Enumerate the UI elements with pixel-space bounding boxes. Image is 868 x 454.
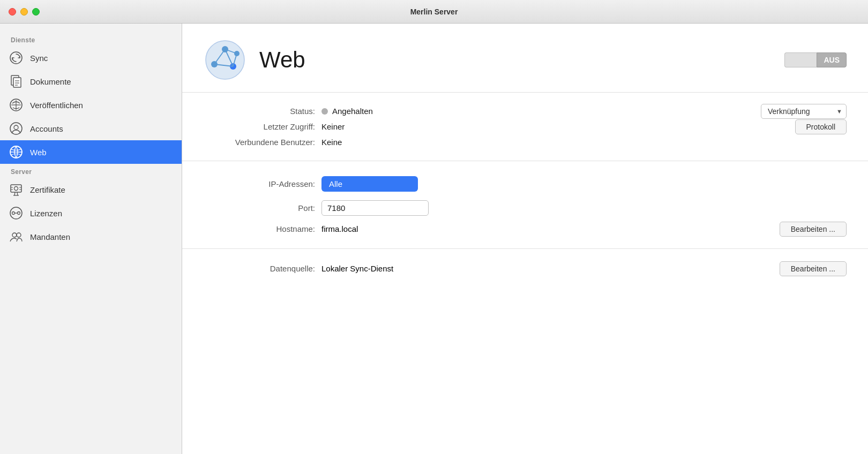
sidebar-item-mandanten[interactable]: Mandanten: [0, 225, 182, 248]
sidebar-item-veroffentlichen[interactable]: Veröffentlichen: [0, 93, 182, 117]
web-icon: [9, 145, 24, 160]
dokumente-icon: [9, 74, 24, 89]
sync-label: Sync: [30, 54, 48, 63]
content-area: Web AUS Status: Angehalten Verknüpfung: [182, 24, 868, 454]
status-dot: [321, 108, 328, 115]
ip-adressen-label: IP-Adressen:: [204, 179, 321, 188]
status-row: Status: Angehalten Verknüpfung ▼: [204, 103, 847, 119]
sidebar: Dienste Sync: [0, 24, 182, 454]
protokoll-button[interactable]: Protokoll: [795, 119, 847, 134]
sync-icon: [9, 50, 24, 65]
letzter-zugriff-row: Letzter Zugriff: Keiner Protokoll: [204, 119, 847, 134]
sidebar-item-web[interactable]: Web: [0, 140, 182, 164]
datasource-section: Datenquelle: Lokaler Sync-Dienst Bearbei…: [182, 249, 868, 288]
svg-point-10: [14, 125, 18, 130]
port-input[interactable]: [321, 200, 429, 216]
bearbeiten-hostname-button[interactable]: Bearbeiten ...: [780, 222, 847, 237]
datenquelle-value: Lokaler Sync-Dienst: [321, 264, 847, 273]
sidebar-item-sync[interactable]: Sync: [0, 46, 182, 70]
lizenzen-label: Lizenzen: [30, 209, 62, 218]
svg-rect-13: [11, 185, 21, 192]
hostname-row: Hostname: firma.local Bearbeiten ...: [204, 220, 847, 238]
letzter-zugriff-value: Keiner: [321, 122, 345, 131]
window-title: Merlin Server: [410, 7, 458, 16]
ip-select-container[interactable]: Alle 127.0.0.1 Benutzerdefiniert ▼: [321, 176, 847, 192]
bearbeiten-datenquelle-button[interactable]: Bearbeiten ...: [780, 261, 847, 276]
sidebar-item-accounts[interactable]: Accounts: [0, 117, 182, 140]
section-dienste: Dienste: [0, 32, 182, 46]
minimize-button[interactable]: [20, 8, 28, 16]
zertifikate-icon: [9, 182, 24, 197]
toggle-track[interactable]: [784, 52, 817, 67]
maximize-button[interactable]: [32, 8, 40, 16]
veroffentlichen-icon: [9, 97, 24, 112]
port-label: Port:: [204, 203, 321, 213]
ip-select-arrow: ▼: [835, 180, 841, 188]
close-button[interactable]: [9, 8, 16, 16]
status-text: Angehalten: [332, 107, 373, 116]
ip-adressen-select[interactable]: Alle 127.0.0.1 Benutzerdefiniert: [321, 176, 418, 192]
svg-point-23: [12, 212, 15, 215]
sidebar-item-zertifikate[interactable]: Zertifikate: [0, 178, 182, 201]
section-server: Server: [0, 164, 182, 178]
toggle-off-label[interactable]: AUS: [817, 52, 847, 67]
svg-point-24: [18, 212, 20, 215]
mandanten-icon: [9, 229, 24, 244]
config-section: IP-Adressen: Alle 127.0.0.1 Benutzerdefi…: [182, 161, 868, 249]
lizenzen-icon: [9, 206, 24, 221]
svg-point-26: [12, 233, 17, 237]
web-label: Web: [30, 148, 47, 157]
toggle-switch-area[interactable]: AUS: [784, 52, 847, 67]
sidebar-item-lizenzen[interactable]: Lizenzen: [0, 201, 182, 225]
svg-line-15: [14, 192, 15, 195]
letzter-zugriff-label: Letzter Zugriff:: [204, 122, 321, 131]
veroffentlichen-label: Veröffentlichen: [30, 101, 83, 110]
verbundene-benutzer-row: Verbundene Benutzer: Keine: [204, 134, 847, 150]
verknupfung-dropdown-container[interactable]: Verknüpfung ▼: [761, 104, 847, 119]
verbundene-benutzer-label: Verbundene Benutzer:: [204, 138, 321, 147]
dokumente-label: Dokumente: [30, 77, 71, 86]
datenquelle-label: Datenquelle:: [204, 264, 321, 273]
verknupfung-select[interactable]: Verknüpfung: [761, 104, 847, 119]
titlebar: Merlin Server: [0, 0, 868, 24]
svg-line-16: [17, 192, 18, 195]
page-title: Web: [259, 47, 305, 73]
port-input-container: [321, 200, 847, 216]
status-value: Angehalten: [321, 107, 373, 116]
hostname-value: firma.local: [321, 224, 847, 233]
verbundene-benutzer-value: Keine: [321, 138, 342, 147]
content-web-icon: [204, 39, 246, 81]
accounts-icon: [9, 121, 24, 136]
accounts-label: Accounts: [30, 124, 63, 133]
mandanten-label: Mandanten: [30, 232, 70, 241]
content-header: Web AUS: [182, 24, 868, 93]
main-layout: Dienste Sync: [0, 24, 868, 454]
svg-rect-2: [13, 78, 21, 87]
datenquelle-row: Datenquelle: Lokaler Sync-Dienst Bearbei…: [204, 260, 847, 277]
window-controls: [9, 8, 40, 16]
svg-point-27: [17, 233, 21, 237]
zertifikate-label: Zertifikate: [30, 185, 65, 194]
status-section: Status: Angehalten Verknüpfung ▼ Letzter…: [182, 93, 868, 161]
ip-adressen-row: IP-Adressen: Alle 127.0.0.1 Benutzerdefi…: [204, 172, 847, 196]
sidebar-item-dokumente[interactable]: Dokumente: [0, 70, 182, 93]
hostname-label: Hostname:: [204, 224, 321, 233]
svg-point-14: [14, 187, 18, 191]
port-row: Port:: [204, 196, 847, 220]
status-label: Status:: [204, 107, 321, 116]
